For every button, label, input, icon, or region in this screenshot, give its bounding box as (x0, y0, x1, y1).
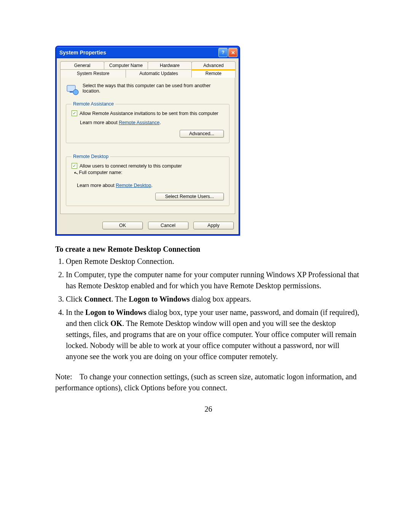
tab-hardware[interactable]: Hardware (148, 61, 192, 69)
system-properties-dialog: System Properties ? ✕ General Computer N… (55, 46, 240, 236)
tab-advanced[interactable]: Advanced (191, 61, 236, 69)
cancel-button[interactable]: Cancel (148, 222, 188, 229)
steps-list: Open Remote Desktop Connection. In Compu… (55, 256, 362, 362)
legend-remote-assistance: Remote Assistance (72, 101, 115, 107)
dialog-button-row: OK Cancel Apply (56, 218, 239, 235)
link-remote-assistance[interactable]: Remote Assistance (119, 120, 159, 125)
ok-button[interactable]: OK (102, 222, 143, 229)
learn-remote-assistance: Learn more about Remote Assistance. (80, 120, 224, 125)
checkbox-remote-assistance[interactable]: ✓ (72, 110, 77, 116)
tab-general[interactable]: General (60, 61, 104, 69)
remote-icon (66, 83, 79, 96)
intro-text: Select the ways that this computer can b… (83, 83, 229, 94)
tab-automatic-updates[interactable]: Automatic Updates (126, 69, 191, 78)
tab-computer-name[interactable]: Computer Name (104, 61, 148, 69)
page-number: 26 (55, 405, 362, 414)
svg-point-2 (73, 89, 78, 95)
step-1: Open Remote Desktop Connection. (66, 256, 362, 267)
cursor-icon: ↖ (73, 169, 79, 176)
select-remote-users-button[interactable]: Select Remote Users... (155, 193, 224, 200)
checkbox-remote-desktop-label: Allow users to connect remotely to this … (80, 163, 182, 169)
checkbox-remote-assistance-label: Allow Remote Assistance invitations to b… (80, 111, 218, 116)
help-button[interactable]: ? (218, 48, 228, 57)
svg-rect-1 (70, 91, 73, 93)
full-computer-name-label: Full computer name: (79, 170, 122, 175)
link-remote-desktop[interactable]: Remote Desktop (116, 183, 151, 188)
tab-remote[interactable]: Remote (191, 69, 236, 78)
step-4: In the Logon to Windows dialog box, type… (66, 307, 362, 362)
close-button[interactable]: ✕ (228, 48, 237, 57)
step-3: Click Connect. The Logon to Windows dial… (66, 294, 362, 305)
tab-panel-remote: Select the ways that this computer can b… (60, 77, 235, 214)
section-heading: To create a new Remote Desktop Connectio… (55, 245, 362, 254)
learn-remote-desktop: Learn more about Remote Desktop. (77, 183, 224, 188)
group-remote-desktop: Remote Desktop ✓ Allow users to connect … (66, 154, 229, 206)
titlebar[interactable]: System Properties ? ✕ (56, 47, 239, 58)
legend-remote-desktop: Remote Desktop (72, 154, 110, 159)
checkbox-remote-desktop[interactable]: ✓ (72, 163, 77, 169)
advanced-button[interactable]: Advanced... (180, 130, 224, 137)
note-text: Note: To change your connection settings… (55, 371, 362, 393)
apply-button[interactable]: Apply (193, 222, 234, 229)
window-title: System Properties (59, 50, 218, 56)
group-remote-assistance: Remote Assistance ✓ Allow Remote Assista… (66, 101, 229, 143)
tab-system-restore[interactable]: System Restore (60, 69, 126, 78)
step-2: In Computer, type the computer name for … (66, 269, 362, 291)
